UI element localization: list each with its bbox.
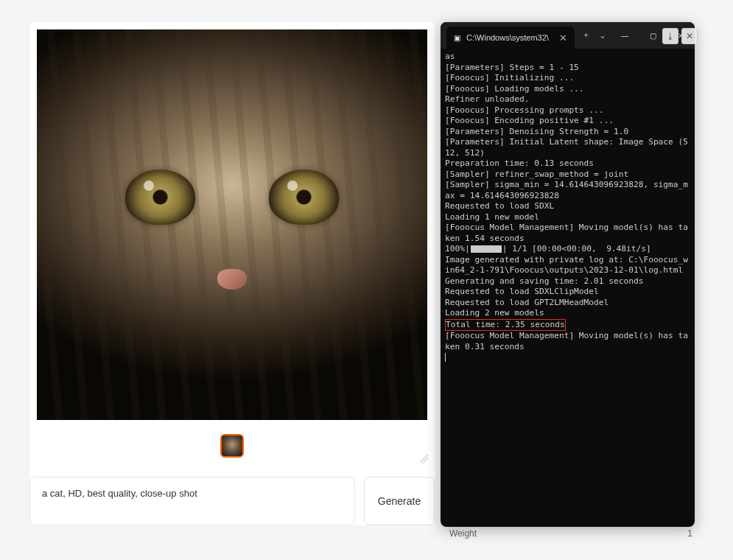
thumbnail-strip: [29, 424, 435, 468]
highlighted-total-time: Total time: 2.35 seconds: [445, 319, 566, 332]
cursor: [445, 353, 446, 362]
weight-row: Weight 1: [449, 528, 692, 539]
terminal-line: [Parameters] Steps = 1 - 15: [445, 63, 690, 74]
terminal-tab[interactable]: ▣ C:\Windows\system32\ ✕: [446, 27, 575, 49]
terminal-line: [Fooocus] Loading models ...: [445, 84, 690, 95]
terminal-window: ▣ C:\Windows\system32\ ✕ + ⌄ — ▢ ✕ as [P…: [441, 22, 695, 527]
terminal-line: [Fooocus Model Management] Moving model(…: [445, 331, 690, 352]
tab-dropdown-icon[interactable]: ⌄: [599, 30, 606, 41]
thumbnail-selected[interactable]: [220, 434, 244, 458]
terminal-line: Requested to load GPT2LMHeadModel: [445, 298, 690, 309]
image-controls: ⭳ ✕: [662, 28, 698, 44]
terminal-output[interactable]: as [Parameters] Steps = 1 - 15 [Fooocus]…: [441, 49, 695, 366]
generate-button[interactable]: Generate: [364, 477, 435, 525]
terminal-line: [Fooocus] Processing prompts ...: [445, 105, 690, 116]
terminal-line: [Fooocus Model Management] Moving model(…: [445, 223, 690, 244]
minimize-button[interactable]: —: [611, 22, 639, 49]
terminal-line: [Fooocus] Initializing ...: [445, 73, 690, 84]
terminal-line: Loading 1 new model: [445, 212, 690, 223]
terminal-line: [Fooocus] Encoding positive #1 ...: [445, 116, 690, 127]
download-icon[interactable]: ⭳: [662, 28, 678, 44]
terminal-line: Refiner unloaded.: [445, 94, 690, 105]
resize-handle-icon[interactable]: [420, 455, 429, 463]
generated-image[interactable]: [37, 29, 427, 420]
terminal-line: Requested to load SDXL: [445, 201, 690, 212]
terminal-line: [Parameters] Denoising Strength = 1.0: [445, 127, 690, 138]
tab-close-icon[interactable]: ✕: [559, 32, 567, 43]
weight-label: Weight: [449, 528, 477, 539]
prompt-input[interactable]: a cat, HD, best quality, close-up shot: [29, 477, 355, 525]
terminal-titlebar[interactable]: ▣ C:\Windows\system32\ ✕ + ⌄ — ▢ ✕: [441, 22, 695, 49]
terminal-line: [Sampler] sigma_min = 14.614643096923828…: [445, 180, 690, 201]
new-tab-button[interactable]: +: [583, 30, 589, 41]
generator-panel: a cat, HD, best quality, close-up shot G…: [29, 22, 435, 525]
close-preview-icon[interactable]: ✕: [681, 28, 698, 44]
terminal-line: as: [445, 52, 690, 63]
prompt-text: a cat, HD, best quality, close-up shot: [42, 488, 343, 499]
terminal-line: Requested to load SDXLClipModel: [445, 287, 690, 298]
terminal-line: Preparation time: 0.13 seconds: [445, 158, 690, 169]
image-viewer: [29, 22, 435, 424]
terminal-icon: ▣: [454, 34, 460, 42]
terminal-line: [Parameters] Initial Latent shape: Image…: [445, 137, 690, 158]
progress-bar: [471, 245, 502, 253]
weight-value: 1: [687, 528, 692, 539]
progress-prefix: 100%|: [445, 244, 470, 253]
terminal-tab-title: C:\Windows\system32\: [466, 33, 549, 42]
terminal-line: Loading 2 new models: [445, 308, 690, 319]
progress-suffix: | 1/1 [00:00<00:00, 9.48it/s]: [502, 244, 651, 253]
terminal-line: Generating and saving time: 2.01 seconds: [445, 276, 690, 287]
terminal-line: Image generated with private log at: C:\…: [445, 255, 690, 276]
terminal-line: [Sampler] refiner_swap_method = joint: [445, 169, 690, 181]
